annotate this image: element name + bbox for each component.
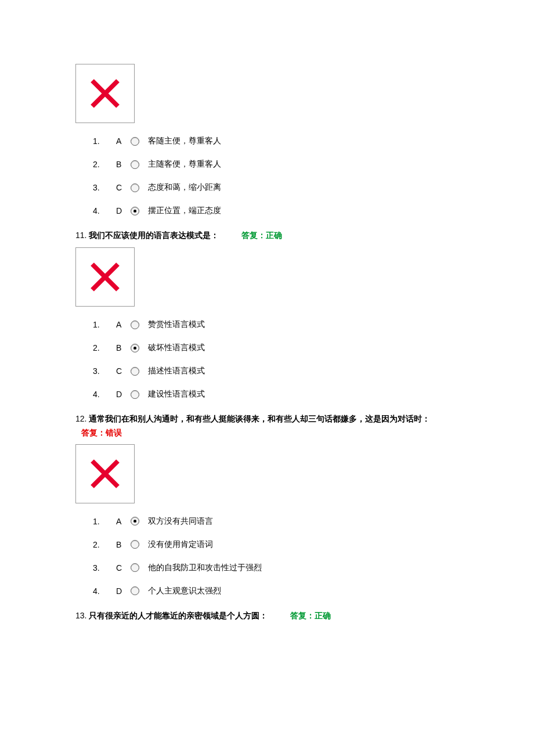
radio-button[interactable] — [131, 390, 139, 399]
option-letter: C — [116, 183, 131, 192]
question-text: 我们不应该使用的语言表达模式是： — [89, 231, 219, 240]
radio-button[interactable] — [131, 540, 139, 549]
answer-label: 答复：错误 — [81, 428, 459, 438]
x-icon — [88, 456, 122, 491]
question-number: 13. — [75, 611, 86, 620]
radio-button[interactable] — [131, 137, 139, 146]
quiz-document: 1. A 客随主便，尊重客人 2. B 主随客便，尊重客人 3. C 态度和蔼，… — [0, 0, 534, 659]
option-text: 建设性语言模式 — [148, 389, 205, 399]
q12-options: 1. A 双方没有共同语言 2. B 没有使用肯定语词 3. C 他的自我防卫和… — [93, 516, 459, 596]
radio-button[interactable] — [131, 321, 139, 329]
option-text: 描述性语言模式 — [148, 366, 205, 376]
option-text: 个人主观意识太强烈 — [148, 586, 221, 596]
option-letter: B — [116, 160, 131, 169]
option-row[interactable]: 3. C 态度和蔼，缩小距离 — [93, 182, 459, 193]
option-row[interactable]: 4. D 建设性语言模式 — [93, 389, 459, 399]
radio-button[interactable] — [131, 517, 139, 525]
option-row[interactable]: 4. D 摆正位置，端正态度 — [93, 206, 459, 216]
question-13: 13. 只有很亲近的人才能靠近的亲密领域是个人方圆： 答复：正确 — [75, 609, 459, 622]
option-text: 摆正位置，端正态度 — [148, 206, 221, 216]
option-text: 破坏性语言模式 — [148, 343, 205, 353]
question-number: 12. — [75, 414, 86, 423]
option-row[interactable]: 4. D 个人主观意识太强烈 — [93, 586, 459, 596]
option-letter: A — [116, 517, 131, 526]
option-number: 2. — [93, 540, 116, 549]
image-placeholder-x-icon — [75, 247, 135, 307]
radio-button[interactable] — [131, 563, 139, 572]
option-text: 客随主便，尊重客人 — [148, 136, 221, 146]
option-number: 1. — [93, 136, 116, 146]
option-text: 他的自我防卫和攻击性过于强烈 — [148, 563, 262, 573]
answer-label: 答复：正确 — [241, 231, 282, 240]
option-number: 2. — [93, 160, 116, 169]
radio-button[interactable] — [131, 183, 139, 192]
question-11: 11. 我们不应该使用的语言表达模式是： 答复：正确 — [75, 229, 459, 242]
option-number: 1. — [93, 320, 116, 329]
question-12: 12. 通常我们在和别人沟通时，和有些人挺能谈得来，和有些人却三句话都嫌多，这是… — [75, 412, 459, 425]
radio-button[interactable] — [131, 207, 139, 215]
answer-label: 答复：正确 — [290, 611, 331, 620]
question-text: 通常我们在和别人沟通时，和有些人挺能谈得来，和有些人却三句话都嫌多，这是因为对话… — [89, 414, 430, 423]
option-text: 主随客便，尊重客人 — [148, 159, 221, 170]
question-text: 只有很亲近的人才能靠近的亲密领域是个人方圆： — [89, 611, 268, 620]
question-number: 11. — [75, 231, 86, 240]
option-number: 3. — [93, 366, 116, 376]
radio-button[interactable] — [131, 344, 139, 352]
radio-button[interactable] — [131, 160, 139, 169]
x-icon — [88, 260, 122, 294]
option-row[interactable]: 3. C 描述性语言模式 — [93, 366, 459, 376]
option-letter: C — [116, 366, 131, 376]
option-text: 赞赏性语言模式 — [148, 319, 205, 330]
option-text: 双方没有共同语言 — [148, 516, 213, 527]
option-letter: A — [116, 320, 131, 329]
option-letter: D — [116, 390, 131, 399]
x-icon — [88, 76, 122, 111]
option-number: 2. — [93, 343, 116, 352]
option-letter: D — [116, 586, 131, 596]
option-number: 1. — [93, 517, 116, 526]
option-letter: B — [116, 343, 131, 352]
option-number: 4. — [93, 206, 116, 215]
option-letter: A — [116, 136, 131, 146]
option-text: 态度和蔼，缩小距离 — [148, 182, 221, 193]
option-text: 没有使用肯定语词 — [148, 539, 213, 550]
option-row[interactable]: 2. B 破坏性语言模式 — [93, 343, 459, 353]
option-row[interactable]: 3. C 他的自我防卫和攻击性过于强烈 — [93, 563, 459, 573]
q11-options: 1. A 赞赏性语言模式 2. B 破坏性语言模式 3. C 描述性语言模式 4… — [93, 319, 459, 399]
option-number: 3. — [93, 563, 116, 573]
option-row[interactable]: 2. B 主随客便，尊重客人 — [93, 159, 459, 170]
option-letter: B — [116, 540, 131, 549]
option-letter: C — [116, 563, 131, 573]
option-letter: D — [116, 206, 131, 215]
image-placeholder-x-icon — [75, 64, 135, 123]
option-number: 3. — [93, 183, 116, 192]
option-number: 4. — [93, 390, 116, 399]
option-row[interactable]: 1. A 客随主便，尊重客人 — [93, 136, 459, 146]
option-row[interactable]: 1. A 双方没有共同语言 — [93, 516, 459, 527]
radio-button[interactable] — [131, 586, 139, 595]
option-number: 4. — [93, 586, 116, 596]
option-row[interactable]: 1. A 赞赏性语言模式 — [93, 319, 459, 330]
radio-button[interactable] — [131, 367, 139, 376]
q10-options: 1. A 客随主便，尊重客人 2. B 主随客便，尊重客人 3. C 态度和蔼，… — [93, 136, 459, 216]
option-row[interactable]: 2. B 没有使用肯定语词 — [93, 539, 459, 550]
image-placeholder-x-icon — [75, 444, 135, 503]
